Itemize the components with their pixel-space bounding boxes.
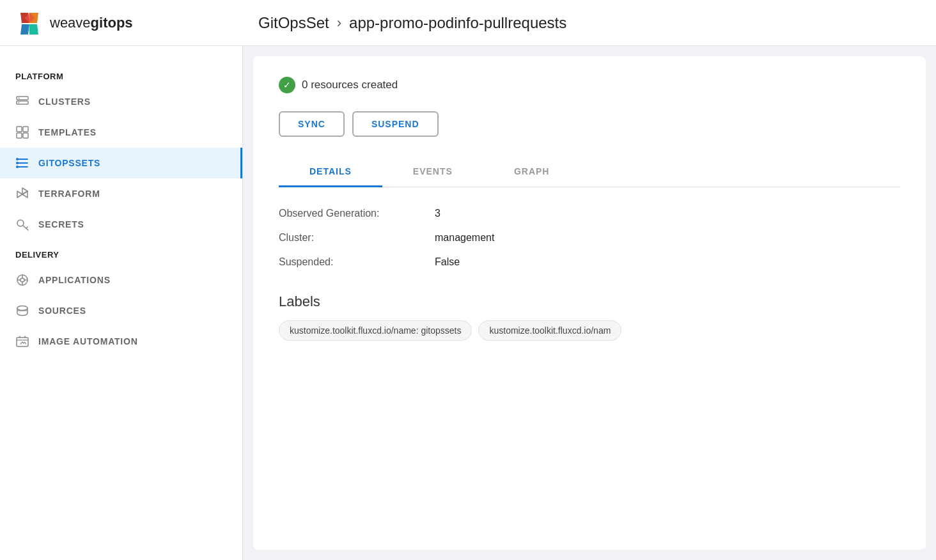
observed-generation-label: Observed Generation: bbox=[279, 208, 419, 219]
tab-details[interactable]: DETAILS bbox=[279, 157, 382, 187]
templates-label: TEMPLATES bbox=[38, 127, 97, 137]
tab-graph[interactable]: GRAPH bbox=[483, 157, 581, 187]
observed-generation-value: 3 bbox=[435, 208, 441, 219]
label-chip-0: kustomize.toolkit.fluxcd.io/name: gitops… bbox=[279, 320, 472, 341]
svg-marker-21 bbox=[17, 191, 22, 198]
breadcrumb: GitOpsSet › app-promo-podinfo-pullreques… bbox=[258, 14, 921, 32]
sources-icon bbox=[15, 304, 29, 318]
logo-area: weavegitops bbox=[15, 9, 258, 37]
clusters-icon bbox=[15, 95, 29, 109]
svg-marker-3 bbox=[29, 24, 38, 35]
labels-title: Labels bbox=[279, 293, 900, 310]
gitopssets-label: GITOPSSETS bbox=[38, 158, 100, 168]
terraform-label: TERRAFORM bbox=[38, 189, 100, 199]
sidebar-item-image-automation[interactable]: IMAGE AUTOMATION bbox=[0, 326, 242, 357]
detail-row-suspended: Suspended: False bbox=[279, 256, 900, 268]
details-grid: Observed Generation: 3 Cluster: manageme… bbox=[279, 208, 900, 268]
terraform-icon bbox=[15, 187, 29, 201]
delivery-section-label: DELIVERY bbox=[0, 240, 242, 265]
sync-button[interactable]: SYNC bbox=[279, 111, 345, 137]
detail-row-cluster: Cluster: management bbox=[279, 232, 900, 244]
tab-events[interactable]: EVENTS bbox=[382, 157, 483, 187]
templates-icon bbox=[15, 125, 29, 139]
logo-text: weavegitops bbox=[50, 15, 133, 31]
action-buttons: SYNC SUSPEND bbox=[279, 111, 900, 137]
svg-point-19 bbox=[16, 166, 19, 168]
cluster-value: management bbox=[435, 232, 494, 244]
suspended-label: Suspended: bbox=[279, 256, 419, 268]
cluster-label: Cluster: bbox=[279, 232, 419, 244]
svg-point-8 bbox=[19, 102, 20, 104]
sidebar-item-clusters[interactable]: CLUSTERS bbox=[0, 86, 242, 117]
main-layout: PLATFORM CLUSTERS bbox=[0, 46, 936, 560]
svg-line-25 bbox=[26, 227, 27, 228]
status-bar: ✓ 0 resources created bbox=[279, 77, 900, 93]
svg-point-32 bbox=[17, 306, 27, 311]
sidebar-item-applications[interactable]: APPLICATIONS bbox=[0, 265, 242, 295]
labels-section: Labels kustomize.toolkit.fluxcd.io/name:… bbox=[279, 293, 900, 341]
svg-point-18 bbox=[16, 162, 19, 164]
sidebar-item-sources[interactable]: SOURCES bbox=[0, 295, 242, 326]
gitopssets-icon bbox=[15, 156, 29, 170]
status-text: 0 resources created bbox=[302, 79, 398, 91]
breadcrumb-separator: › bbox=[337, 15, 341, 31]
main-content: ✓ 0 resources created SYNC SUSPEND DETAI… bbox=[253, 56, 926, 550]
breadcrumb-root: GitOpsSet bbox=[258, 14, 329, 32]
sources-label: SOURCES bbox=[38, 306, 86, 316]
tabs: DETAILS EVENTS GRAPH bbox=[279, 157, 900, 187]
sidebar-item-secrets[interactable]: SECRETS bbox=[0, 209, 242, 240]
svg-rect-12 bbox=[23, 133, 28, 138]
applications-icon bbox=[15, 273, 29, 287]
svg-rect-10 bbox=[23, 127, 28, 132]
secrets-label: SECRETS bbox=[38, 219, 84, 229]
image-automation-label: IMAGE AUTOMATION bbox=[38, 336, 138, 346]
sidebar-item-templates[interactable]: TEMPLATES bbox=[0, 117, 242, 148]
svg-point-7 bbox=[19, 98, 20, 99]
clusters-label: CLUSTERS bbox=[38, 97, 91, 107]
image-automation-icon bbox=[15, 334, 29, 348]
suspended-value: False bbox=[435, 256, 460, 268]
svg-rect-11 bbox=[17, 133, 22, 138]
detail-row-observed-generation: Observed Generation: 3 bbox=[279, 208, 900, 219]
logo-icon bbox=[15, 9, 43, 37]
svg-marker-2 bbox=[20, 24, 29, 35]
platform-section-label: PLATFORM bbox=[0, 61, 242, 86]
svg-marker-22 bbox=[22, 191, 27, 198]
sidebar-item-gitopssets[interactable]: GITOPSSETS bbox=[0, 148, 242, 178]
suspend-button[interactable]: SUSPEND bbox=[352, 111, 439, 137]
top-header: weavegitops GitOpsSet › app-promo-podinf… bbox=[0, 0, 936, 46]
svg-rect-9 bbox=[17, 127, 22, 132]
svg-line-24 bbox=[23, 226, 28, 230]
sidebar-item-terraform[interactable]: TERRAFORM bbox=[0, 178, 242, 209]
applications-label: APPLICATIONS bbox=[38, 275, 111, 285]
label-chip-1: kustomize.toolkit.fluxcd.io/nam bbox=[478, 320, 621, 341]
status-check-icon: ✓ bbox=[279, 77, 295, 93]
secrets-icon bbox=[15, 217, 29, 231]
svg-point-27 bbox=[20, 278, 24, 282]
svg-point-17 bbox=[16, 158, 19, 160]
breadcrumb-child: app-promo-podinfo-pullrequests bbox=[349, 14, 566, 32]
labels-container: kustomize.toolkit.fluxcd.io/name: gitops… bbox=[279, 320, 900, 341]
sidebar: PLATFORM CLUSTERS bbox=[0, 46, 243, 560]
